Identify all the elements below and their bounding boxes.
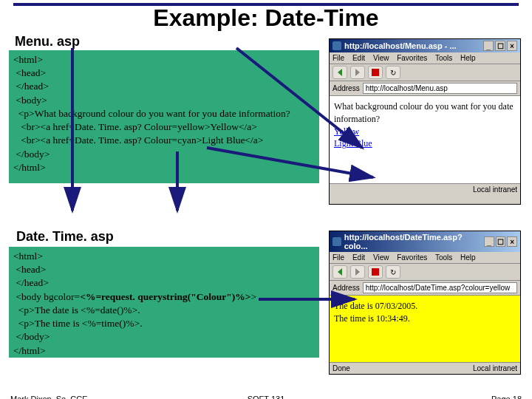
page-body: What background colour do you want for y… xyxy=(330,96,520,183)
body-text: What background colour do you want for y… xyxy=(334,101,514,124)
toolbar: ↻ xyxy=(330,264,520,281)
slide-title: Example: Date-Time xyxy=(0,4,532,32)
menu-tools[interactable]: Tools xyxy=(435,54,452,62)
menu-edit[interactable]: Edit xyxy=(352,253,365,262)
browser-menu-page: http://localhost/Menu.asp - ... _ ☐ × Fi… xyxy=(329,38,521,205)
link-lightblue[interactable]: Light Blue xyxy=(334,138,372,149)
close-button[interactable]: × xyxy=(507,41,517,51)
code-bold: <%=request. querystring("Colour")%> xyxy=(80,291,250,302)
code-block-menu: <html> <head> </head> <body> <p>What bac… xyxy=(9,50,319,183)
maximize-button[interactable]: ☐ xyxy=(496,236,506,247)
back-button[interactable] xyxy=(332,265,347,279)
forward-button[interactable] xyxy=(350,265,365,279)
code-block-datetime: <html> <head> </head> <body bgcolor=<%=r… xyxy=(9,247,319,358)
label-menu-asp: Menu. asp xyxy=(15,34,80,50)
stop-button[interactable] xyxy=(368,265,383,279)
menu-bar[interactable]: File Edit View Favorites Tools Help xyxy=(330,52,520,64)
address-label: Address xyxy=(332,84,360,92)
menu-view[interactable]: View xyxy=(373,54,389,62)
body-time: The time is 10:34:49. xyxy=(334,313,516,325)
status-bar: Done Local intranet xyxy=(330,362,520,374)
menu-file[interactable]: File xyxy=(332,54,344,62)
address-bar: Address http://localhost/Menu.asp xyxy=(330,81,520,96)
menu-bar[interactable]: File Edit View Favorites Tools Help xyxy=(330,252,520,264)
menu-file[interactable]: File xyxy=(332,253,344,262)
label-datetime-asp: Date. Time. asp xyxy=(16,229,114,245)
status-bar: Local intranet xyxy=(330,183,520,195)
menu-tools[interactable]: Tools xyxy=(435,253,452,262)
browser-datetime-page: http://localhost/DateTime.asp?colo... _ … xyxy=(329,231,521,375)
minimize-button[interactable]: _ xyxy=(483,41,494,51)
body-date: The date is 07/03/2005. xyxy=(334,300,516,313)
minimize-button[interactable]: _ xyxy=(484,236,494,247)
address-field[interactable]: http://localhost/Menu.asp xyxy=(363,83,517,94)
code-pre: <html> <head> </head> <body bgcolor= xyxy=(13,250,80,302)
window-title: http://localhost/DateTime.asp?colo... xyxy=(344,233,482,250)
menu-help[interactable]: Help xyxy=(460,54,476,62)
close-button[interactable]: × xyxy=(507,236,517,247)
address-field[interactable]: http://localhost/DateTime.asp?colour=yel… xyxy=(363,282,517,293)
footer-right: Page 18 xyxy=(491,395,522,399)
menu-view[interactable]: View xyxy=(373,253,389,262)
status-done: Done xyxy=(332,364,350,372)
page-body: The date is 07/03/2005. The time is 10:3… xyxy=(330,296,520,362)
window-title: http://localhost/Menu.asp - ... xyxy=(344,41,457,50)
status-zone: Local intranet xyxy=(473,364,517,372)
refresh-button[interactable]: ↻ xyxy=(386,66,400,79)
back-button[interactable] xyxy=(332,66,347,79)
ie-icon xyxy=(332,237,341,246)
stop-button[interactable] xyxy=(368,66,383,79)
refresh-button[interactable]: ↻ xyxy=(386,265,400,279)
ie-icon xyxy=(332,41,341,50)
code-text: <html> <head> </head> <body> <p>What bac… xyxy=(13,54,290,173)
maximize-button[interactable]: ☐ xyxy=(495,41,505,51)
link-yellow[interactable]: Yellow xyxy=(334,126,359,137)
address-bar: Address http://localhost/DateTime.asp?co… xyxy=(330,281,520,296)
svg-rect-1 xyxy=(372,268,379,276)
window-titlebar: http://localhost/DateTime.asp?colo... _ … xyxy=(330,231,520,252)
menu-favorites[interactable]: Favorites xyxy=(397,253,427,262)
status-zone: Local intranet xyxy=(473,185,517,194)
menu-help[interactable]: Help xyxy=(460,253,476,262)
toolbar: ↻ xyxy=(330,64,520,81)
footer-center: SOFT 131 xyxy=(0,395,532,399)
forward-button[interactable] xyxy=(350,66,365,79)
svg-rect-0 xyxy=(372,69,379,76)
address-label: Address xyxy=(332,284,360,292)
menu-favorites[interactable]: Favorites xyxy=(397,54,427,62)
slide: Example: Date-Time Menu. asp <html> <hea… xyxy=(0,0,532,399)
menu-edit[interactable]: Edit xyxy=(352,54,365,62)
window-titlebar: http://localhost/Menu.asp - ... _ ☐ × xyxy=(330,39,520,52)
